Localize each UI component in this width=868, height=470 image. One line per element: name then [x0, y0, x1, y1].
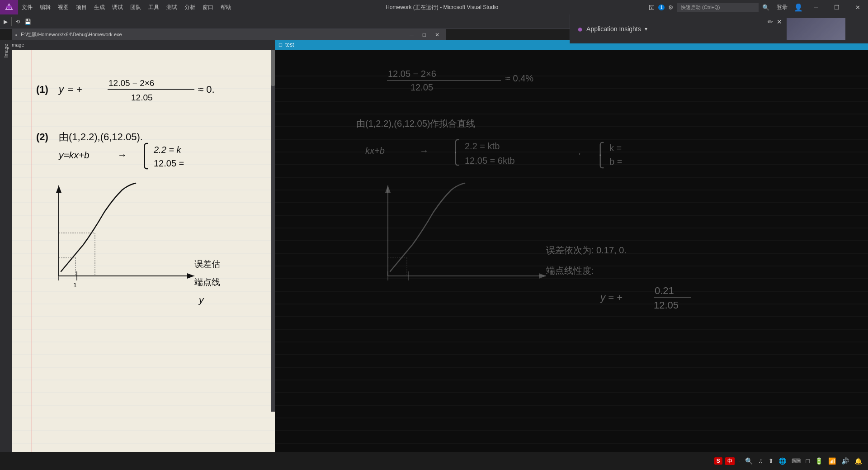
left-window-title: Image	[10, 42, 24, 47]
svg-text:12.05: 12.05	[131, 93, 153, 102]
menu-item-help[interactable]: 帮助	[217, 0, 235, 14]
app-insights-dropdown-icon[interactable]: ▾	[645, 26, 647, 32]
svg-text:⎧: ⎧	[140, 142, 149, 157]
vs-menubar: 文件 编辑 视图 项目 生成 调试 团队 工具 测试 分析 窗口 帮助 Home…	[0, 0, 868, 14]
app-insights-thumbnail	[787, 18, 845, 40]
notification-icon[interactable]: 🔔	[853, 457, 863, 465]
svg-text:→: →	[420, 146, 429, 156]
speaker-icon[interactable]: 🔊	[840, 457, 850, 465]
notification-badge: 1	[658, 5, 665, 10]
right-image-window: ☐ test	[275, 40, 868, 470]
svg-text:由(1,2.2),(6,12.05).: 由(1,2.2),(6,12.05).	[59, 131, 143, 142]
console-close-btn[interactable]: ✕	[432, 32, 442, 38]
search-taskbar-icon[interactable]: 🔍	[744, 457, 754, 465]
left-image-header: ☐ Image	[0, 40, 275, 50]
console-min-btn[interactable]: ─	[407, 32, 416, 38]
svg-text:端点线: 端点线	[194, 277, 220, 287]
svg-text:12.05 − 2×6: 12.05 − 2×6	[388, 69, 436, 79]
svg-text:12.05 − 2×6: 12.05 − 2×6	[108, 78, 154, 88]
vs-window-title: Homework (正在运行) - Microsoft Visual Studi…	[235, 4, 649, 11]
menu-item-analyze[interactable]: 分析	[181, 0, 199, 14]
vs-window-controls: ─ ❐ ✕	[806, 0, 868, 14]
app-insights-bar: ● Application Insights ▾ ✏ ✕	[570, 14, 868, 43]
svg-text:由(1,2.2),(6,12.05)作拟合直线: 由(1,2.2),(6,12.05)作拟合直线	[356, 119, 475, 128]
svg-text:≈ 0.4%: ≈ 0.4%	[505, 73, 533, 83]
thumbnail-close-icon[interactable]: ✕	[777, 18, 782, 25]
svg-text:端点线性度:: 端点线性度:	[546, 266, 594, 275]
login-text[interactable]: 登录	[773, 4, 791, 11]
svg-text:误差依次为: 0.17, 0.: 误差依次为: 0.17, 0.	[546, 245, 627, 255]
menu-item-test[interactable]: 测试	[163, 0, 181, 14]
toolbar-icon-1[interactable]: ▶	[2, 19, 9, 25]
menu-item-tools[interactable]: 工具	[145, 0, 163, 14]
shift-icon[interactable]: ⇧	[767, 458, 774, 464]
svg-text:y = +: y = +	[599, 292, 623, 303]
restore-button[interactable]: ❐	[826, 0, 847, 14]
thumbnail-action-icon[interactable]: ✏	[768, 18, 773, 25]
menu-item-debug[interactable]: 调试	[108, 0, 127, 14]
battery-icon[interactable]: 🔋	[814, 457, 824, 465]
svg-rect-63	[275, 50, 868, 470]
console-icon: ▪	[15, 32, 17, 38]
menu-item-window[interactable]: 窗口	[199, 0, 217, 14]
globe-icon[interactable]: 🌐	[777, 457, 788, 465]
left-scrollbar[interactable]	[271, 50, 275, 412]
minimize-button[interactable]: ─	[806, 0, 826, 14]
avatar-icon[interactable]: 👤	[791, 3, 806, 12]
left-image-window: ☐ Image	[0, 40, 275, 470]
search-icon: 🔍	[762, 4, 769, 11]
svg-text:12.05: 12.05	[410, 82, 433, 92]
console-window: ▪ E:\红黑\Homework\x64\Debug\Homework.exe …	[12, 29, 446, 40]
menu-item-view[interactable]: 视图	[54, 0, 72, 14]
svg-text:= +: = +	[68, 84, 82, 95]
menu-item-file[interactable]: 文件	[18, 0, 36, 14]
console-window-titlebar: ▪ E:\红黑\Homework\x64\Debug\Homework.exe …	[12, 29, 446, 40]
svg-text:y=kx+b: y=kx+b	[58, 150, 90, 160]
svg-text:⎩: ⎩	[451, 152, 460, 166]
toolbar-icon-2[interactable]: ⟲	[14, 19, 22, 25]
svg-text:(1): (1)	[36, 84, 48, 95]
toolbar-icon-3[interactable]: 💾	[23, 19, 33, 25]
svg-text:→: →	[118, 150, 127, 160]
svg-text:12.05 = 6ktb: 12.05 = 6ktb	[465, 156, 515, 166]
svg-rect-2	[0, 50, 275, 470]
app-insights-icon: ●	[577, 24, 583, 34]
svg-text:2.2 = k: 2.2 = k	[153, 145, 182, 155]
keyboard-icon[interactable]: ⌨	[790, 457, 802, 465]
svg-text:2.2 = ktb: 2.2 = ktb	[465, 141, 500, 151]
left-notebook-image: (1) y = + 12.05 − 2×6 12.05 ≈ 0. (2) 由(1…	[0, 50, 275, 470]
close-button[interactable]: ✕	[847, 0, 868, 14]
vs-logo-icon	[0, 0, 18, 14]
quick-launch-text[interactable]: 快速启动 (Ctrl+Q)	[677, 3, 759, 12]
filter-icon: ⚿	[649, 4, 655, 11]
toolbar-separator-1	[11, 17, 12, 26]
app-insights-label[interactable]: Application Insights	[586, 25, 641, 33]
right-window-title: test	[285, 42, 294, 48]
console-max-btn[interactable]: □	[420, 32, 429, 38]
language-indicator[interactable]: 中	[725, 457, 735, 465]
svg-text:⎩: ⎩	[596, 154, 605, 169]
notification-bar: Image	[0, 40, 12, 470]
svg-text:y: y	[58, 84, 65, 95]
svg-text:⎧: ⎧	[451, 139, 460, 153]
svg-text:b =: b =	[609, 157, 622, 166]
svg-text:1: 1	[73, 281, 77, 289]
audio-icon[interactable]: ♫	[757, 457, 764, 465]
tools-icon: ⚙	[668, 4, 674, 11]
wifi-icon[interactable]: 📶	[827, 457, 837, 465]
right-notebook-image: 12.05 − 2×6 12.05 ≈ 0.4% 由(1,2.2),(6,12.…	[275, 50, 868, 470]
svg-text:0.21: 0.21	[655, 285, 674, 296]
dot-icon: ·	[737, 459, 741, 463]
svg-text:⎩: ⎩	[140, 155, 149, 170]
quick-launch-area: ⚿ 1 ⚙ 快速启动 (Ctrl+Q) 🔍	[649, 3, 769, 12]
svg-text:误差估: 误差估	[194, 259, 220, 269]
sogou-icon[interactable]: S	[714, 457, 722, 465]
menu-item-team[interactable]: 团队	[127, 0, 145, 14]
scrollbar-thumb[interactable]	[271, 50, 275, 86]
menu-item-project[interactable]: 项目	[72, 0, 90, 14]
side-label-text: Image	[3, 44, 9, 58]
svg-text:k =: k =	[609, 143, 622, 153]
screen-icon[interactable]: □	[805, 457, 811, 465]
menu-item-build[interactable]: 生成	[90, 0, 108, 14]
menu-item-edit[interactable]: 编辑	[36, 0, 54, 14]
